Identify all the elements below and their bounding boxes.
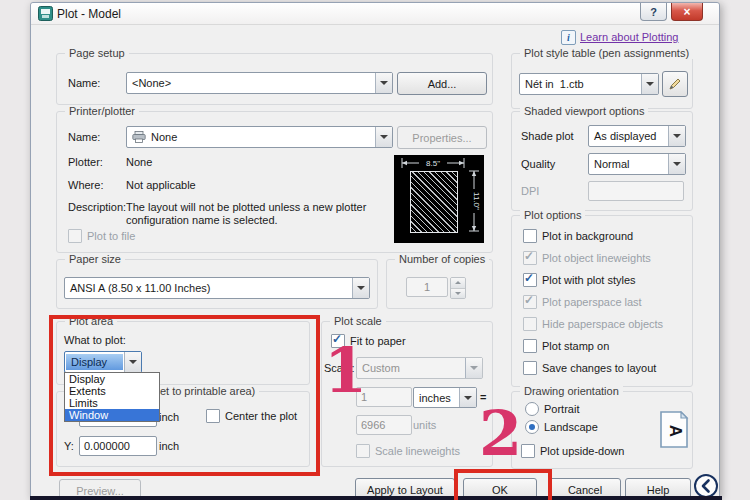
plot-scale-title: Plot scale [330, 315, 386, 327]
plot-area-title: Plot area [65, 315, 117, 327]
page-setup-name-label: Name: [68, 77, 100, 89]
copies-title: Number of copies [395, 253, 489, 265]
plot-dialog: Plot - Model ? × i Learn about Plotting … [30, 2, 720, 498]
chevron-down-icon[interactable] [352, 278, 369, 298]
page-setup-title: Page setup [65, 47, 129, 59]
fit-to-paper-label: Fit to paper [350, 335, 406, 347]
center-the-plot-checkbox[interactable]: Center the plot [206, 409, 297, 423]
portrait-radio[interactable]: Portrait [525, 402, 579, 416]
description-value: The layout will not be plotted unless a … [126, 201, 388, 227]
spinner-up-icon[interactable] [451, 278, 465, 288]
scale-unit-name-combo[interactable]: inches [413, 387, 477, 408]
plot-upside-down-label: Plot upside-down [540, 445, 624, 457]
title-bar[interactable]: Plot - Model [31, 3, 719, 25]
plot-stamp-on-checkbox[interactable]: Plot stamp on [523, 339, 609, 353]
app-icon [38, 6, 53, 21]
dropdown-option-display[interactable]: Display [65, 373, 159, 385]
plot-style-combo[interactable]: Nét in 1.ctb [519, 73, 659, 95]
scale-units-label: units [413, 419, 436, 431]
paper-size-value: ANSI A (8.50 x 11.00 Inches) [65, 282, 352, 294]
scale-unit-field[interactable]: 1 [356, 387, 412, 407]
shade-plot-combo[interactable]: As displayed [588, 125, 686, 147]
plotter-value: None [126, 156, 152, 168]
offset-y-label: Y: [64, 440, 74, 452]
quality-combo[interactable]: Normal [588, 153, 686, 175]
plot-to-file-label: Plot to file [87, 230, 135, 242]
copies-field[interactable]: 1 [406, 277, 448, 297]
checkbox-icon [206, 409, 220, 423]
offset-y-unit: inch [159, 440, 179, 452]
svg-text:8.5": 8.5" [426, 159, 440, 168]
properties-button[interactable]: Properties... [397, 126, 487, 149]
dropdown-option-extents[interactable]: Extents [65, 385, 159, 397]
window-close-button[interactable]: × [671, 3, 703, 21]
offset-y-field[interactable]: 0.000000 [79, 436, 157, 456]
chevron-down-icon[interactable] [641, 74, 658, 94]
printer-name-label: Name: [68, 131, 100, 143]
checkbox-icon [331, 334, 345, 348]
where-value: Not applicable [126, 179, 196, 191]
radio-icon [525, 402, 539, 416]
spinner-down-icon[interactable] [451, 288, 465, 299]
chevron-down-icon[interactable] [668, 154, 685, 174]
scale-unit-name: inches [414, 392, 459, 404]
plot-object-lineweights-checkbox[interactable]: Plot object lineweights [523, 251, 651, 265]
orientation-paper-icon: A [659, 411, 689, 451]
landscape-radio[interactable]: Landscape [525, 420, 598, 434]
fit-to-paper-checkbox[interactable]: Fit to paper [331, 334, 406, 348]
plot-stamp-on-label: Plot stamp on [542, 340, 609, 352]
printer-icon [132, 131, 146, 143]
printer-plotter-title: Printer/plotter [65, 105, 139, 117]
description-label: Description: [68, 201, 126, 213]
add-button[interactable]: Add... [397, 72, 487, 95]
plot-style-table-title: Plot style table (pen assignments) [520, 47, 693, 59]
printer-name-combo[interactable]: None [126, 126, 393, 148]
learn-about-plotting-link[interactable]: Learn about Plotting [580, 31, 678, 43]
where-label: Where: [68, 179, 103, 191]
dropdown-option-window[interactable]: Window [65, 409, 159, 421]
pencil-icon [667, 76, 683, 92]
checkbox-icon [521, 444, 535, 458]
scale-value: Custom [357, 362, 465, 374]
chevron-down-icon[interactable] [124, 352, 141, 372]
scale-drawing-field[interactable]: 6966 [356, 415, 412, 435]
chevron-down-icon[interactable] [459, 388, 476, 407]
scale-combo[interactable]: Custom [356, 357, 483, 379]
chevron-down-icon[interactable] [375, 73, 392, 93]
checkbox-icon [523, 251, 537, 265]
hide-paperspace-objects-checkbox[interactable]: Hide paperspace objects [523, 317, 663, 331]
save-changes-to-layout-label: Save changes to layout [542, 362, 656, 374]
portrait-label: Portrait [544, 403, 579, 415]
edit-plot-style-button[interactable] [662, 71, 688, 97]
what-to-plot-label: What to plot: [64, 334, 126, 346]
copies-spinner[interactable] [450, 277, 466, 299]
paper-preview-dimensions: 8.5" 11.0" [394, 155, 484, 243]
page-setup-name-combo[interactable]: <None> [126, 72, 393, 94]
info-icon: i [561, 30, 576, 45]
plot-paperspace-last-checkbox[interactable]: Plot paperspace last [523, 295, 642, 309]
scale-label: Scale: [324, 362, 355, 374]
plot-to-file-checkbox[interactable]: Plot to file [68, 229, 135, 243]
window-help-button[interactable]: ? [640, 3, 667, 21]
dropdown-option-limits[interactable]: Limits [65, 397, 159, 409]
chevron-down-icon[interactable] [668, 126, 685, 146]
chevron-down-icon[interactable] [375, 127, 392, 147]
bottom-edge-bar [30, 496, 722, 500]
checkbox-icon [68, 229, 82, 243]
scale-equals-sign: = [480, 391, 486, 403]
what-to-plot-dropdown-list: Display Extents Limits Window [64, 372, 160, 422]
checkbox-icon [523, 361, 537, 375]
checkbox-icon [523, 229, 537, 243]
offset-x-unit: inch [159, 411, 179, 423]
plot-upside-down-checkbox[interactable]: Plot upside-down [521, 444, 624, 458]
plot-style-value: Nét in 1.ctb [520, 78, 641, 90]
paper-size-combo[interactable]: ANSI A (8.50 x 11.00 Inches) [64, 277, 370, 299]
svg-text:A: A [666, 425, 685, 437]
save-changes-to-layout-checkbox[interactable]: Save changes to layout [523, 361, 656, 375]
plot-in-background-checkbox[interactable]: Plot in background [523, 229, 633, 243]
dpi-field[interactable] [588, 181, 684, 201]
plot-object-lineweights-label: Plot object lineweights [542, 252, 651, 264]
what-to-plot-combo[interactable]: Display [64, 351, 142, 373]
scale-lineweights-checkbox[interactable]: Scale lineweights [356, 444, 460, 458]
plot-with-plot-styles-checkbox[interactable]: Plot with plot styles [523, 273, 636, 287]
